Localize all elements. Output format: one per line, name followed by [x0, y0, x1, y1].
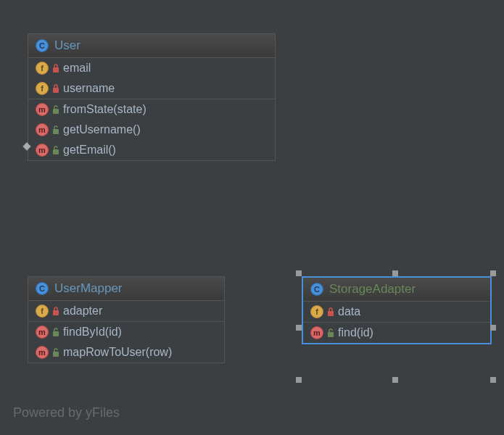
class-name: StorageAdapter — [329, 282, 416, 297]
method-row[interactable]: m mapRowToUser(row) — [28, 342, 224, 362]
field-icon: f — [36, 82, 49, 95]
selection-handle-icon[interactable] — [392, 377, 398, 383]
selection-handle-icon[interactable] — [296, 377, 302, 383]
method-row[interactable]: m find(id) — [303, 323, 490, 343]
field-row[interactable]: f username — [28, 78, 275, 99]
svg-rect-3 — [53, 129, 59, 134]
lock-closed-icon — [51, 306, 60, 316]
method-name: find(id) — [338, 326, 373, 339]
field-name: adapter — [63, 304, 102, 318]
field-icon: f — [310, 305, 323, 318]
method-row[interactable]: m getUsername() — [28, 120, 275, 140]
methods-section: m findById(id) m mapRowToUser(row) — [28, 322, 224, 362]
method-name: mapRowToUser(row) — [63, 346, 172, 359]
fields-section: f email f username — [28, 58, 275, 99]
field-row[interactable]: f data — [303, 302, 490, 322]
lock-open-icon — [51, 145, 60, 155]
method-row[interactable]: m fromState(state) — [28, 99, 275, 120]
methods-section: m fromState(state) m getUsername() m get… — [28, 99, 275, 160]
class-name: User — [54, 38, 80, 53]
class-icon: C — [310, 283, 323, 296]
lock-open-icon — [326, 328, 335, 338]
lock-closed-icon — [51, 63, 60, 73]
lock-open-icon — [51, 104, 60, 115]
footer-watermark: Powered by yFiles — [13, 405, 120, 420]
field-name: username — [63, 82, 115, 95]
field-row[interactable]: f adapter — [28, 301, 224, 321]
field-name: email — [63, 62, 91, 75]
class-icon: C — [36, 39, 49, 52]
lock-open-icon — [51, 347, 60, 357]
svg-rect-2 — [53, 109, 59, 114]
lock-closed-icon — [326, 307, 335, 317]
selection-handle-icon[interactable] — [490, 325, 496, 331]
lock-open-icon — [51, 327, 60, 337]
svg-rect-9 — [328, 332, 334, 337]
method-row[interactable]: m findById(id) — [28, 322, 224, 342]
class-box-storageadapter[interactable]: C StorageAdapter f data m find(id) — [302, 276, 492, 344]
class-icon: C — [36, 282, 49, 295]
class-header[interactable]: C StorageAdapter — [303, 278, 490, 302]
method-icon: m — [36, 123, 49, 136]
field-row[interactable]: f email — [28, 58, 275, 78]
svg-rect-7 — [53, 352, 59, 357]
method-name: getUsername() — [63, 123, 141, 136]
field-icon: f — [36, 62, 49, 75]
selection-handle-icon[interactable] — [296, 325, 302, 331]
fields-section: f adapter — [28, 301, 224, 322]
method-icon: m — [36, 144, 49, 157]
method-icon: m — [310, 326, 323, 339]
method-row[interactable]: m getEmail() — [28, 140, 275, 160]
field-name: data — [338, 305, 360, 318]
class-header[interactable]: C UserMapper — [28, 277, 224, 301]
methods-section: m find(id) — [303, 323, 490, 343]
selection-handle-icon[interactable] — [392, 270, 398, 276]
svg-rect-4 — [53, 149, 59, 154]
lock-open-icon — [51, 125, 60, 135]
svg-rect-6 — [53, 331, 59, 336]
method-icon: m — [36, 326, 49, 339]
selection-handle-icon[interactable] — [296, 270, 302, 276]
method-icon: m — [36, 346, 49, 359]
method-name: getEmail() — [63, 144, 116, 157]
selection-handle-icon[interactable] — [490, 377, 496, 383]
class-box-user[interactable]: C User f email f username m fromState(st… — [28, 33, 276, 161]
class-name: UserMapper — [54, 281, 123, 296]
class-header[interactable]: C User — [28, 34, 275, 58]
fields-section: f data — [303, 302, 490, 323]
field-icon: f — [36, 304, 49, 318]
lock-closed-icon — [51, 83, 60, 94]
method-icon: m — [36, 103, 49, 116]
method-name: fromState(state) — [63, 103, 146, 116]
method-name: findById(id) — [63, 326, 122, 339]
svg-rect-5 — [53, 310, 59, 315]
class-box-usermapper[interactable]: C UserMapper f adapter m findById(id) m … — [28, 276, 225, 363]
svg-rect-8 — [328, 311, 334, 316]
selection-handle-icon[interactable] — [490, 270, 496, 276]
svg-rect-0 — [53, 67, 59, 72]
svg-rect-1 — [53, 88, 59, 93]
